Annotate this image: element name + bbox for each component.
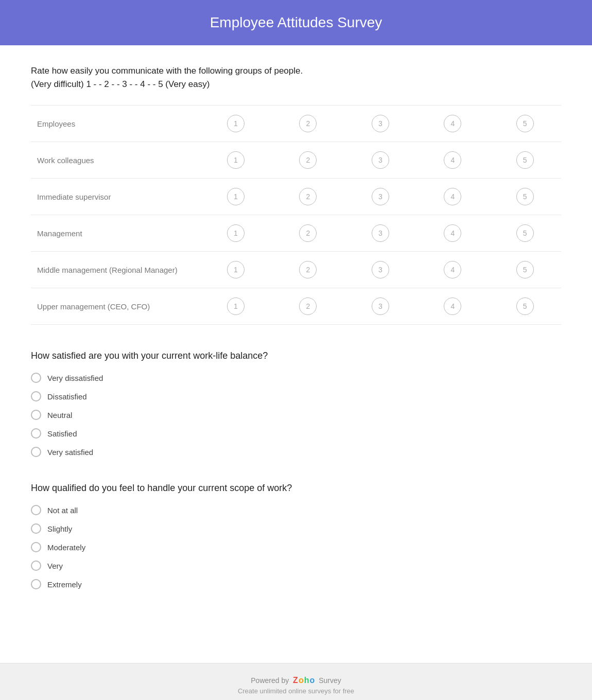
radio-button[interactable] bbox=[31, 579, 41, 589]
radio-cell[interactable]: 1 bbox=[200, 179, 272, 215]
radio-button[interactable] bbox=[31, 410, 41, 420]
circle-radio-option[interactable]: 2 bbox=[299, 188, 317, 205]
radio-option[interactable]: Very dissatisfied bbox=[31, 373, 561, 383]
radio-cell[interactable]: 5 bbox=[489, 252, 561, 288]
radio-option[interactable]: Very satisfied bbox=[31, 447, 561, 457]
radio-button[interactable] bbox=[31, 428, 41, 439]
radio-cell[interactable]: 4 bbox=[416, 106, 489, 142]
radio-cell[interactable]: 1 bbox=[200, 106, 272, 142]
section1-question-line2: (Very difficult) 1 - - 2 - - 3 - - 4 - -… bbox=[31, 79, 561, 90]
circle-radio-option[interactable]: 3 bbox=[372, 151, 389, 169]
radio-button[interactable] bbox=[31, 505, 41, 515]
page-footer: Powered by Zoho Survey Create unlimited … bbox=[0, 663, 592, 700]
radio-option[interactable]: Neutral bbox=[31, 410, 561, 420]
circle-radio-option[interactable]: 1 bbox=[227, 115, 245, 132]
radio-button[interactable] bbox=[31, 523, 41, 534]
radio-cell[interactable]: 4 bbox=[416, 142, 489, 179]
radio-cell[interactable]: 1 bbox=[200, 288, 272, 325]
radio-button[interactable] bbox=[31, 447, 41, 457]
section1-question-line1: Rate how easily you communicate with the… bbox=[31, 66, 561, 76]
circle-radio-option[interactable]: 3 bbox=[372, 297, 389, 315]
radio-option[interactable]: Slightly bbox=[31, 523, 561, 534]
circle-radio-option[interactable]: 3 bbox=[372, 188, 389, 205]
radio-cell[interactable]: 2 bbox=[272, 288, 344, 325]
circle-radio-option[interactable]: 2 bbox=[299, 115, 317, 132]
radio-option[interactable]: Moderately bbox=[31, 542, 561, 552]
page-header: Employee Attitudes Survey bbox=[0, 0, 592, 45]
radio-button[interactable] bbox=[31, 373, 41, 383]
circle-radio-option[interactable]: 1 bbox=[227, 261, 245, 278]
circle-radio-option[interactable]: 5 bbox=[516, 115, 534, 132]
radio-button[interactable] bbox=[31, 391, 41, 401]
circle-radio-option[interactable]: 4 bbox=[444, 261, 461, 278]
radio-cell[interactable]: 5 bbox=[489, 106, 561, 142]
circle-radio-option[interactable]: 5 bbox=[516, 261, 534, 278]
section2-question: How satisfied are you with your current … bbox=[31, 351, 561, 361]
radio-option[interactable]: Dissatisfied bbox=[31, 391, 561, 401]
circle-radio-option[interactable]: 2 bbox=[299, 297, 317, 315]
circle-radio-option[interactable]: 4 bbox=[444, 297, 461, 315]
circle-radio-option[interactable]: 1 bbox=[227, 151, 245, 169]
radio-cell[interactable]: 4 bbox=[416, 179, 489, 215]
circle-radio-option[interactable]: 1 bbox=[227, 188, 245, 205]
circle-radio-option[interactable]: 5 bbox=[516, 151, 534, 169]
circle-radio-option[interactable]: 2 bbox=[299, 261, 317, 278]
radio-button[interactable] bbox=[31, 561, 41, 571]
radio-cell[interactable]: 2 bbox=[272, 252, 344, 288]
main-content: Rate how easily you communicate with the… bbox=[0, 45, 592, 663]
radio-cell[interactable]: 2 bbox=[272, 215, 344, 252]
radio-cell[interactable]: 4 bbox=[416, 288, 489, 325]
circle-radio-option[interactable]: 4 bbox=[444, 151, 461, 169]
circle-radio-option[interactable]: 4 bbox=[444, 188, 461, 205]
radio-cell[interactable]: 3 bbox=[344, 288, 416, 325]
radio-cell[interactable]: 4 bbox=[416, 215, 489, 252]
radio-option[interactable]: Very bbox=[31, 561, 561, 571]
circle-radio-option[interactable]: 2 bbox=[299, 151, 317, 169]
radio-label: Very dissatisfied bbox=[47, 374, 103, 382]
circle-radio-option[interactable]: 3 bbox=[372, 261, 389, 278]
radio-cell[interactable]: 2 bbox=[272, 106, 344, 142]
circle-radio-option[interactable]: 5 bbox=[516, 188, 534, 205]
radio-option[interactable]: Not at all bbox=[31, 505, 561, 515]
section-worklife: How satisfied are you with your current … bbox=[31, 351, 561, 457]
radio-cell[interactable]: 5 bbox=[489, 288, 561, 325]
radio-cell[interactable]: 3 bbox=[344, 106, 416, 142]
circle-radio-option[interactable]: 4 bbox=[444, 224, 461, 242]
radio-label: Very satisfied bbox=[47, 448, 93, 457]
radio-button[interactable] bbox=[31, 542, 41, 552]
radio-label: Moderately bbox=[47, 543, 85, 552]
circle-radio-option[interactable]: 2 bbox=[299, 224, 317, 242]
table-row: Upper management (CEO, CFO)12345 bbox=[31, 288, 561, 325]
radio-cell[interactable]: 3 bbox=[344, 179, 416, 215]
radio-cell[interactable]: 5 bbox=[489, 142, 561, 179]
circle-radio-option[interactable]: 1 bbox=[227, 297, 245, 315]
radio-option[interactable]: Satisfied bbox=[31, 428, 561, 439]
table-row: Immediate supervisor12345 bbox=[31, 179, 561, 215]
radio-cell[interactable]: 3 bbox=[344, 215, 416, 252]
radio-cell[interactable]: 1 bbox=[200, 142, 272, 179]
radio-cell[interactable]: 5 bbox=[489, 215, 561, 252]
radio-option[interactable]: Extremely bbox=[31, 579, 561, 589]
row-label: Work colleagues bbox=[31, 142, 200, 179]
radio-label: Satisfied bbox=[47, 429, 77, 438]
table-row: Middle management (Regional Manager)1234… bbox=[31, 252, 561, 288]
section-qualification: How qualified do you feel to handle your… bbox=[31, 483, 561, 589]
radio-cell[interactable]: 2 bbox=[272, 142, 344, 179]
powered-by-label: Powered by bbox=[251, 676, 289, 685]
circle-radio-option[interactable]: 5 bbox=[516, 297, 534, 315]
row-label: Employees bbox=[31, 106, 200, 142]
radio-cell[interactable]: 5 bbox=[489, 179, 561, 215]
radio-cell[interactable]: 4 bbox=[416, 252, 489, 288]
radio-label: Neutral bbox=[47, 411, 72, 419]
circle-radio-option[interactable]: 5 bbox=[516, 224, 534, 242]
circle-radio-option[interactable]: 4 bbox=[444, 115, 461, 132]
circle-radio-option[interactable]: 1 bbox=[227, 224, 245, 242]
radio-cell[interactable]: 3 bbox=[344, 142, 416, 179]
circle-radio-option[interactable]: 3 bbox=[372, 224, 389, 242]
radio-cell[interactable]: 1 bbox=[200, 215, 272, 252]
radio-cell[interactable]: 2 bbox=[272, 179, 344, 215]
circle-radio-option[interactable]: 3 bbox=[372, 115, 389, 132]
radio-label: Dissatisfied bbox=[47, 392, 87, 401]
radio-cell[interactable]: 1 bbox=[200, 252, 272, 288]
radio-cell[interactable]: 3 bbox=[344, 252, 416, 288]
